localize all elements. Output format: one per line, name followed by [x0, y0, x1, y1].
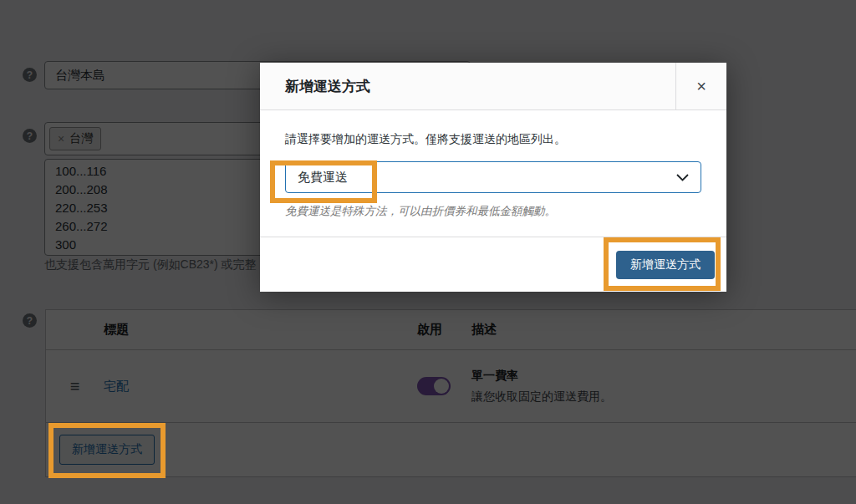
add-shipping-method-modal: 新增運送方式 × 請選擇要增加的運送方式。僅將支援運送的地區列出。 免費運送 免…: [260, 63, 726, 292]
modal-description: 請選擇要增加的運送方式。僅將支援運送的地區列出。: [285, 132, 701, 147]
screen: ? ? × 台灣 也支援包含萬用字元 (例如CB23*) 或完整 ? 標題 啟用…: [0, 0, 856, 504]
selected-method-value: 免費運送: [298, 170, 348, 186]
modal-body: 請選擇要增加的運送方式。僅將支援運送的地區列出。 免費運送 免費運送是特殊方法，…: [260, 110, 726, 219]
modal-header: 新增運送方式 ×: [260, 63, 726, 110]
modal-footer: 新增運送方式: [260, 237, 726, 292]
shipping-method-select[interactable]: 免費運送: [285, 161, 701, 193]
method-note-text: 免費運送是特殊方法，可以由折價券和最低金額觸動。: [285, 204, 701, 219]
modal-title: 新增運送方式: [285, 77, 370, 96]
chevron-down-icon: [676, 174, 689, 181]
close-icon[interactable]: ×: [675, 63, 726, 110]
modal-add-shipping-method-button[interactable]: 新增運送方式: [616, 251, 715, 279]
